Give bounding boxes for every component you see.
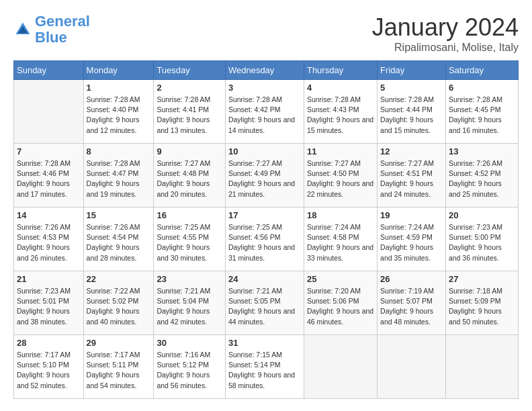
calendar-table: SundayMondayTuesdayWednesdayThursdayFrid… [13,60,519,399]
calendar-cell: 28Sunrise: 7:17 AMSunset: 5:10 PMDayligh… [14,335,84,399]
calendar-cell: 17Sunrise: 7:25 AMSunset: 4:56 PMDayligh… [225,208,304,271]
day-number: 24 [228,274,301,284]
day-number: 31 [228,338,301,348]
calendar-cell: 24Sunrise: 7:21 AMSunset: 5:05 PMDayligh… [225,271,304,335]
day-info: Sunrise: 7:27 AMSunset: 4:51 PMDaylight:… [380,158,443,199]
calendar-cell: 21Sunrise: 7:23 AMSunset: 5:01 PMDayligh… [14,271,84,335]
day-info: Sunrise: 7:28 AMSunset: 4:44 PMDaylight:… [380,95,443,136]
week-row-4: 28Sunrise: 7:17 AMSunset: 5:10 PMDayligh… [14,335,519,399]
calendar-cell: 3Sunrise: 7:28 AMSunset: 4:42 PMDaylight… [225,80,304,144]
day-header-thursday: Thursday [304,61,377,80]
calendar-cell: 27Sunrise: 7:18 AMSunset: 5:09 PMDayligh… [445,271,518,335]
calendar-header-row: SundayMondayTuesdayWednesdayThursdayFrid… [14,61,519,80]
day-info: Sunrise: 7:25 AMSunset: 4:55 PMDaylight:… [157,222,222,263]
day-number: 20 [449,210,515,220]
day-info: Sunrise: 7:21 AMSunset: 5:05 PMDaylight:… [228,286,301,327]
day-info: Sunrise: 7:27 AMSunset: 4:50 PMDaylight:… [307,158,374,199]
calendar-cell [445,335,518,399]
logo-line1: General [35,13,90,30]
calendar-cell: 26Sunrise: 7:19 AMSunset: 5:07 PMDayligh… [378,271,446,335]
calendar-cell: 10Sunrise: 7:27 AMSunset: 4:49 PMDayligh… [225,144,304,208]
day-info: Sunrise: 7:19 AMSunset: 5:07 PMDaylight:… [380,286,443,327]
day-number: 25 [307,274,374,284]
day-info: Sunrise: 7:28 AMSunset: 4:43 PMDaylight:… [307,95,374,136]
calendar-cell: 25Sunrise: 7:20 AMSunset: 5:06 PMDayligh… [304,271,377,335]
calendar-cell: 23Sunrise: 7:21 AMSunset: 5:04 PMDayligh… [154,271,226,335]
day-number: 13 [449,146,515,156]
day-number: 22 [87,274,151,284]
day-number: 26 [380,274,443,284]
day-number: 15 [87,210,151,220]
day-info: Sunrise: 7:26 AMSunset: 4:54 PMDaylight:… [87,222,151,263]
day-number: 21 [17,274,81,284]
calendar-cell: 9Sunrise: 7:27 AMSunset: 4:48 PMDaylight… [154,144,226,208]
logo-line2: Blue [35,29,67,46]
calendar-cell: 31Sunrise: 7:15 AMSunset: 5:14 PMDayligh… [225,335,304,399]
day-info: Sunrise: 7:28 AMSunset: 4:41 PMDaylight:… [157,95,222,136]
calendar-cell: 29Sunrise: 7:17 AMSunset: 5:11 PMDayligh… [83,335,154,399]
day-info: Sunrise: 7:28 AMSunset: 4:46 PMDaylight:… [17,158,81,199]
day-number: 2 [157,83,222,93]
week-row-2: 14Sunrise: 7:26 AMSunset: 4:53 PMDayligh… [14,208,519,271]
day-number: 18 [307,210,374,220]
calendar-cell: 2Sunrise: 7:28 AMSunset: 4:41 PMDaylight… [154,80,226,144]
day-number: 4 [307,83,374,93]
day-info: Sunrise: 7:28 AMSunset: 4:40 PMDaylight:… [87,95,151,136]
day-header-friday: Friday [378,61,446,80]
calendar-cell: 14Sunrise: 7:26 AMSunset: 4:53 PMDayligh… [14,208,84,271]
day-number: 14 [17,210,81,220]
calendar-cell: 6Sunrise: 7:28 AMSunset: 4:45 PMDaylight… [445,80,518,144]
calendar-cell: 5Sunrise: 7:28 AMSunset: 4:44 PMDaylight… [378,80,446,144]
week-row-3: 21Sunrise: 7:23 AMSunset: 5:01 PMDayligh… [14,271,519,335]
calendar-cell [378,335,446,399]
calendar-cell [304,335,377,399]
day-number: 8 [87,146,151,156]
calendar-cell: 22Sunrise: 7:22 AMSunset: 5:02 PMDayligh… [83,271,154,335]
calendar-cell: 30Sunrise: 7:16 AMSunset: 5:12 PMDayligh… [154,335,226,399]
calendar-cell: 12Sunrise: 7:27 AMSunset: 4:51 PMDayligh… [378,144,446,208]
day-info: Sunrise: 7:26 AMSunset: 4:53 PMDaylight:… [17,222,81,263]
day-number: 23 [157,274,222,284]
calendar-cell: 13Sunrise: 7:26 AMSunset: 4:52 PMDayligh… [445,144,518,208]
calendar-cell: 11Sunrise: 7:27 AMSunset: 4:50 PMDayligh… [304,144,377,208]
day-info: Sunrise: 7:28 AMSunset: 4:45 PMDaylight:… [449,95,515,136]
day-header-sunday: Sunday [14,61,84,80]
day-info: Sunrise: 7:18 AMSunset: 5:09 PMDaylight:… [449,286,515,327]
day-info: Sunrise: 7:27 AMSunset: 4:48 PMDaylight:… [157,158,222,199]
day-info: Sunrise: 7:21 AMSunset: 5:04 PMDaylight:… [157,286,222,327]
day-number: 3 [228,83,301,93]
day-info: Sunrise: 7:23 AMSunset: 5:00 PMDaylight:… [449,222,515,263]
day-number: 5 [380,83,443,93]
day-info: Sunrise: 7:20 AMSunset: 5:06 PMDaylight:… [307,286,374,327]
calendar-body: 1Sunrise: 7:28 AMSunset: 4:40 PMDaylight… [14,80,519,399]
week-row-1: 7Sunrise: 7:28 AMSunset: 4:46 PMDaylight… [14,144,519,208]
day-info: Sunrise: 7:23 AMSunset: 5:01 PMDaylight:… [17,286,81,327]
day-info: Sunrise: 7:17 AMSunset: 5:10 PMDaylight:… [17,350,81,391]
month-title: January 2024 [372,13,519,42]
page-header: General Blue January 2024 Ripalimosani, … [13,13,519,54]
day-info: Sunrise: 7:22 AMSunset: 5:02 PMDaylight:… [87,286,151,327]
day-number: 9 [157,146,222,156]
calendar-cell [14,80,84,144]
day-number: 28 [17,338,81,348]
day-number: 7 [17,146,81,156]
day-info: Sunrise: 7:28 AMSunset: 4:47 PMDaylight:… [87,158,151,199]
day-info: Sunrise: 7:25 AMSunset: 4:56 PMDaylight:… [228,222,301,263]
day-number: 1 [87,83,151,93]
day-info: Sunrise: 7:15 AMSunset: 5:14 PMDaylight:… [228,350,301,391]
day-info: Sunrise: 7:24 AMSunset: 4:59 PMDaylight:… [380,222,443,263]
day-number: 6 [449,83,515,93]
calendar-cell: 7Sunrise: 7:28 AMSunset: 4:46 PMDaylight… [14,144,84,208]
calendar-cell: 19Sunrise: 7:24 AMSunset: 4:59 PMDayligh… [378,208,446,271]
day-header-monday: Monday [83,61,154,80]
calendar-cell: 18Sunrise: 7:24 AMSunset: 4:58 PMDayligh… [304,208,377,271]
location: Ripalimosani, Molise, Italy [372,42,519,54]
logo-icon [13,20,32,39]
day-info: Sunrise: 7:16 AMSunset: 5:12 PMDaylight:… [157,350,222,391]
logo-text: General Blue [35,13,90,46]
calendar-cell: 8Sunrise: 7:28 AMSunset: 4:47 PMDaylight… [83,144,154,208]
calendar-cell: 4Sunrise: 7:28 AMSunset: 4:43 PMDaylight… [304,80,377,144]
calendar-cell: 16Sunrise: 7:25 AMSunset: 4:55 PMDayligh… [154,208,226,271]
day-header-saturday: Saturday [445,61,518,80]
day-info: Sunrise: 7:28 AMSunset: 4:42 PMDaylight:… [228,95,301,136]
